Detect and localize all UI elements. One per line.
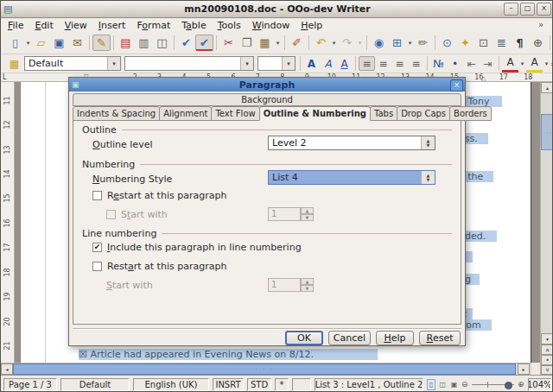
open-icon[interactable]: ▱ <box>32 35 50 51</box>
status-page[interactable]: Page 1 / 3 <box>3 378 57 391</box>
cut-icon[interactable]: ✂ <box>219 35 238 51</box>
navigation-dot-button[interactable]: • <box>541 355 553 365</box>
dialog-close-icon[interactable]: × <box>450 79 463 92</box>
justify-icon[interactable]: ≡ <box>408 56 424 71</box>
numbering-style-combo[interactable]: List 4 ▲▼ <box>268 170 435 185</box>
edit-file-icon[interactable]: ✎ <box>92 35 111 51</box>
horizontal-scroll-thumb[interactable]: · · · <box>13 364 516 375</box>
checkbox-checked-icon[interactable]: ✔ <box>92 243 102 252</box>
tab-background[interactable]: Background <box>73 93 461 106</box>
close-button[interactable]: × <box>537 3 551 16</box>
numbering-icon[interactable]: № <box>430 56 447 71</box>
menu-overflow-icon[interactable]: » <box>538 20 543 29</box>
combo-arrows-icon[interactable]: ▲▼ <box>421 136 435 149</box>
print-icon[interactable]: ▥ <box>135 35 153 51</box>
export-pdf-icon[interactable]: ▤ <box>117 35 135 51</box>
zoom-out-icon[interactable]: ⊖ <box>461 380 468 389</box>
font-color-icon[interactable]: A <box>502 55 518 73</box>
restart-line-numbering-checkbox[interactable]: Restart at this paragraph <box>92 261 226 272</box>
menu-item[interactable]: File <box>8 20 23 31</box>
undo-icon[interactable]: ↶ <box>312 35 330 51</box>
zoom-slider[interactable] <box>472 379 514 390</box>
zoom-slider-thumb[interactable] <box>505 382 512 389</box>
scroll-left-icon[interactable]: ◂ <box>1 364 13 375</box>
single-page-view-icon[interactable]: ▯ <box>427 379 435 390</box>
scroll-up-icon[interactable]: ▴ <box>541 82 553 93</box>
font-name-combo[interactable]: ▾ <box>124 56 254 71</box>
bullets-icon[interactable]: • <box>447 56 463 71</box>
menu-item[interactable]: Window <box>252 20 289 31</box>
status-insert-mode[interactable]: INSRT <box>213 378 244 391</box>
vertical-scroll-thumb[interactable]: · · · <box>541 114 553 150</box>
zoom-icon[interactable]: ⊕ <box>529 35 547 51</box>
zoom-percentage[interactable]: 104% <box>528 378 551 391</box>
chevron-down-icon[interactable]: ▾ <box>240 57 253 70</box>
status-selection-mode[interactable]: STD <box>247 378 271 391</box>
align-right-icon[interactable]: ≡ <box>391 56 408 71</box>
data-sources-icon[interactable]: ≣ <box>493 35 511 51</box>
include-line-numbering-checkbox[interactable]: ✔ Include this paragraph in line numberi… <box>92 242 302 253</box>
book-view-icon[interactable]: ▣ <box>450 379 458 390</box>
outline-level-combo[interactable]: Level 2 ▲▼ <box>268 136 435 150</box>
menu-item[interactable]: Table <box>181 20 206 31</box>
dialog-title-bar[interactable]: ▣ Paragraph × <box>69 78 465 92</box>
zoom-in-icon[interactable]: ⊕ <box>518 380 524 389</box>
align-center-icon[interactable]: ≡ <box>375 56 391 71</box>
autospellcheck-icon[interactable]: ✔ <box>195 35 213 51</box>
menu-item[interactable]: Help <box>301 20 322 31</box>
combo-arrows-icon[interactable]: ▲▼ <box>421 171 435 184</box>
chevron-down-icon[interactable]: ▾ <box>107 57 120 70</box>
menu-item[interactable]: Insert <box>99 20 126 31</box>
status-page-style[interactable]: Default <box>60 378 130 391</box>
scroll-down-icon[interactable]: ▾ <box>541 333 553 345</box>
email-icon[interactable]: ✉ <box>68 35 86 51</box>
minimize-button[interactable]: – <box>504 3 518 16</box>
dialog-tab[interactable]: Outline & Numbering <box>259 106 371 121</box>
paragraph-style-combo[interactable]: Default ▾ <box>24 56 121 71</box>
paste-icon[interactable]: ▦ <box>256 35 274 51</box>
italic-icon[interactable]: A <box>320 56 336 71</box>
new-document-icon[interactable]: ▯ <box>6 35 24 51</box>
styles-formatting-icon[interactable]: ▦ <box>6 56 22 71</box>
status-signature[interactable] <box>292 378 311 391</box>
selected-text-line[interactable]: ☒ Article had appeared in Evening News o… <box>79 349 378 360</box>
font-size-combo[interactable]: ▾ <box>257 56 296 71</box>
menu-item[interactable]: Format <box>137 20 170 31</box>
paste-dropdown-caret-icon[interactable]: ▾ <box>274 40 282 47</box>
vertical-scrollbar[interactable]: ▴ · · · ▾ « • » <box>540 82 553 375</box>
save-icon[interactable]: ▣ <box>50 35 68 51</box>
highlighting-caret-icon[interactable]: ▾ <box>543 60 550 67</box>
copy-icon[interactable]: ❐ <box>238 35 256 51</box>
redo-dropdown-caret-icon[interactable]: ▾ <box>356 40 364 47</box>
checkbox-icon[interactable] <box>92 262 102 271</box>
checkbox-icon[interactable] <box>92 191 102 200</box>
restart-numbering-checkbox[interactable]: Restart at this paragraph <box>92 190 226 201</box>
vertical-ruler[interactable]: 1112131415161718192021 <box>1 82 15 363</box>
highlighting-icon[interactable]: A <box>526 55 543 73</box>
bold-icon[interactable]: A <box>303 56 320 71</box>
undo-dropdown-caret-icon[interactable]: ▾ <box>330 40 338 47</box>
horizontal-scrollbar[interactable]: ◂ · · · ▸ <box>1 363 531 375</box>
dialog-tab[interactable]: Borders <box>449 106 492 121</box>
status-language[interactable]: English (UK) <box>133 378 209 391</box>
dialog-tab[interactable]: Indents & Spacing <box>73 106 160 121</box>
previous-page-button[interactable]: « <box>541 345 553 355</box>
ok-button[interactable]: OK <box>285 331 323 345</box>
dialog-tab[interactable]: Text Flow <box>211 106 259 121</box>
dialog-tab[interactable]: Alignment <box>159 106 212 121</box>
cancel-button[interactable]: Cancel <box>328 331 371 345</box>
status-numbering-info[interactable]: List 3 : Level1 , Outline 2 <box>315 378 423 391</box>
find-replace-icon[interactable]: ⊙ <box>438 35 456 51</box>
tab-type-selector[interactable]: L <box>3 73 6 81</box>
font-color-caret-icon[interactable]: ▾ <box>518 60 526 67</box>
table-icon[interactable]: ⊞ <box>388 35 406 51</box>
menu-item[interactable]: View <box>65 20 87 31</box>
redo-icon[interactable]: ↷ <box>338 35 356 51</box>
scroll-right-icon[interactable]: ▸ <box>518 364 530 375</box>
multi-page-view-icon[interactable]: ◫ <box>439 379 447 390</box>
table-dropdown-caret-icon[interactable]: ▾ <box>406 40 414 47</box>
spellcheck-icon[interactable]: ✔ <box>177 35 195 51</box>
decrease-indent-icon[interactable]: ⇤ <box>463 56 480 71</box>
underline-icon[interactable]: A <box>336 56 353 71</box>
gallery-icon[interactable]: ⊡ <box>474 35 493 51</box>
